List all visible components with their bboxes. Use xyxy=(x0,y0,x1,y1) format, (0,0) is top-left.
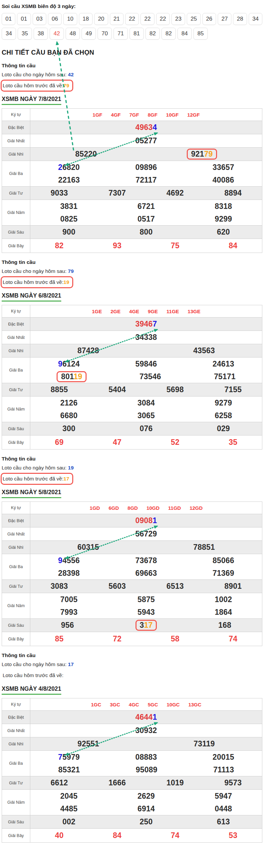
digit-group: 3 xyxy=(140,621,144,629)
prize-number: 30932 xyxy=(135,726,157,735)
prize-number: 40 xyxy=(55,831,64,840)
prize-number: 49634 xyxy=(135,123,157,132)
cau-digit: 1 xyxy=(153,713,157,721)
results-table: Ký tự1GE2GE4GE9GE11GE13GEĐặc Biệt39467Gi… xyxy=(2,305,262,450)
row-content: 40847453 xyxy=(30,829,262,842)
number-chip[interactable]: 71 xyxy=(113,28,128,40)
prize-number: 47 xyxy=(113,438,122,447)
prize-number: 73678 xyxy=(135,556,157,565)
prize-number: 43563 xyxy=(193,346,215,355)
kytu-position-label: 1GE xyxy=(92,309,102,314)
prize-line: 221637211740086 xyxy=(30,174,262,186)
kytu-line: 1GD6GD8GD10GD11GD12GD xyxy=(30,502,262,514)
prize-number: 9279 xyxy=(215,399,232,407)
row-label: Giải Năm xyxy=(2,200,30,225)
prize-number: 05277 xyxy=(135,136,157,145)
results-table: Ký tự1GC3GC4GC5GC10GC13GCĐặc Biệt46441Gi… xyxy=(2,698,262,843)
prize-row-g5: Giải Năm383167218318082505179299 xyxy=(2,199,262,225)
number-chip[interactable]: 84 xyxy=(177,28,192,40)
number-chip[interactable]: 35 xyxy=(18,28,32,40)
selected-number-chip[interactable]: 42 xyxy=(50,28,64,40)
prize-line: 900800620 xyxy=(30,225,262,239)
loto-prev-label: Loto cầu hôm trước đã về: xyxy=(3,673,64,678)
kytu-position-label: 2GE xyxy=(110,309,121,314)
row-content: 961245984624613801197354675171 xyxy=(30,358,262,383)
digit-group: 921 xyxy=(191,150,204,158)
prize-number: 168 xyxy=(219,621,231,630)
row-content: 9255173119 xyxy=(30,737,262,750)
row-content: 900800620 xyxy=(30,225,262,239)
prize-line: 300076029 xyxy=(30,422,262,435)
prize-number: 956 xyxy=(61,621,74,630)
prize-line: 668030656258 xyxy=(30,409,262,422)
prize-line: 204526295947 xyxy=(30,790,262,802)
number-chip[interactable]: 27 xyxy=(218,13,231,25)
number-chip[interactable]: 01 xyxy=(17,13,31,25)
prize-number: 2629 xyxy=(137,792,155,801)
row-label: Giải Sáu xyxy=(2,225,30,239)
number-chip[interactable]: 81 xyxy=(130,28,144,40)
loto-prev-line: Loto cầu hôm trước đã về:19 xyxy=(2,275,262,288)
prize-number: 71369 xyxy=(213,569,234,578)
row-content: 34338 xyxy=(30,331,262,344)
kytu-position-label: 4GF xyxy=(111,112,121,118)
number-chip[interactable]: 01 xyxy=(2,13,15,25)
prize-line: 945567367885066 xyxy=(30,554,262,567)
row-content: 8742843563 xyxy=(30,344,262,357)
prize-number: 85321 xyxy=(58,765,80,774)
loto-next-line: Loto cầu cho ngày hôm sau: 19 xyxy=(2,464,262,472)
row-content: 69475235 xyxy=(30,435,262,449)
number-chip[interactable]: 34 xyxy=(249,13,262,25)
number-chip[interactable]: 85 xyxy=(193,28,208,40)
row-label: Giải Nhất xyxy=(2,724,30,737)
prize-number: 6721 xyxy=(137,202,155,211)
prize-line: 9033730746928894 xyxy=(30,187,262,199)
number-chip[interactable]: 18 xyxy=(79,13,93,25)
prize-line: 759790888320015 xyxy=(30,751,262,763)
number-chip[interactable]: 49 xyxy=(81,28,96,40)
number-chip[interactable]: 70 xyxy=(98,28,112,40)
prize-number: 9573 xyxy=(224,778,242,787)
number-chip[interactable]: 82 xyxy=(161,28,176,40)
number-chip[interactable]: 03 xyxy=(33,13,46,25)
number-chip[interactable]: 23 xyxy=(171,13,185,25)
row-label: Giải Năm xyxy=(2,790,30,815)
number-chip[interactable]: 21 xyxy=(110,13,124,25)
prize-number: 85 xyxy=(55,634,64,644)
number-chip[interactable]: 22 xyxy=(156,13,170,25)
number-chip[interactable]: 28 xyxy=(233,13,247,25)
number-chip[interactable]: 22 xyxy=(140,13,154,25)
prize-number: 0448 xyxy=(215,804,232,813)
row-content: 6612166610199573 xyxy=(30,776,262,789)
number-chip[interactable]: 20 xyxy=(94,13,108,25)
digit-group: 6820 xyxy=(63,163,80,172)
number-chip[interactable]: 10 xyxy=(63,13,77,25)
number-chip[interactable]: 82 xyxy=(145,28,160,40)
prize-number: 250 xyxy=(140,817,153,826)
prize-row-g3: Giải Ba759790888320015853219508971113 xyxy=(2,750,262,776)
row-label: Giải Sáu xyxy=(2,422,30,435)
digit-group: 79 xyxy=(204,150,213,158)
row-content: 8855540456987155 xyxy=(30,383,262,396)
number-chip[interactable]: 26 xyxy=(202,13,216,25)
date-heading: XSMB NGÀY 7/8/2021 xyxy=(2,96,61,105)
kytu-position-label: 13GC xyxy=(189,702,201,707)
prev-highlight-box: Loto cầu hôm trước đã về:79 xyxy=(1,80,73,92)
prize-row-g3: Giải Ba268200989633657221637211740086 xyxy=(2,161,262,186)
kytu-position-label: 7GF xyxy=(129,112,139,118)
number-chip[interactable]: 34 xyxy=(2,28,16,40)
number-chip[interactable]: 38 xyxy=(34,28,48,40)
info-title: Thông tin cầu xyxy=(2,63,262,69)
prize-row-g1: Giải Nhất34338 xyxy=(2,331,262,344)
date-heading: XSMB NGÀY 4/8/2021 xyxy=(2,685,61,695)
digit-group: 801 xyxy=(61,372,73,381)
number-chip[interactable]: 25 xyxy=(187,13,200,25)
number-chip[interactable]: 48 xyxy=(66,28,80,40)
prize-number: 84 xyxy=(229,241,237,250)
number-chip[interactable]: 22 xyxy=(125,13,139,25)
number-chip[interactable]: 06 xyxy=(48,13,62,25)
prize-number: 8894 xyxy=(224,189,242,197)
loto-next-line: Loto cầu cho ngày hôm sau: 42 xyxy=(2,70,262,79)
row-label: Giải Nhất xyxy=(2,134,30,147)
sections-container: Thông tin cầuLoto cầu cho ngày hôm sau: … xyxy=(2,63,262,843)
